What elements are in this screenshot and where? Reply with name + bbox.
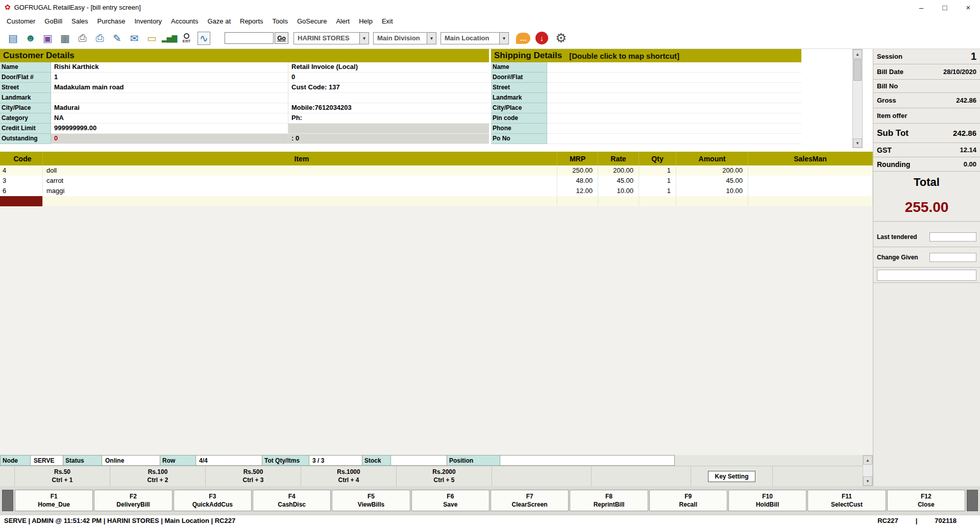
ship-door-field[interactable] xyxy=(547,73,801,83)
scroll-up-icon[interactable]: ▲ xyxy=(853,50,862,59)
ship-pono-field[interactable] xyxy=(547,134,801,144)
cell-code: 3 xyxy=(0,176,43,186)
print-preview-icon[interactable]: ⎙ xyxy=(92,30,108,46)
menu-gobill[interactable]: GoBill xyxy=(40,16,67,27)
division-dropdown[interactable]: Main Division ▾ xyxy=(373,32,436,44)
f7-clear-screen-button[interactable]: F7 ClearScreen xyxy=(491,490,569,511)
fkey-label: Close xyxy=(918,500,935,509)
cash-2000-button[interactable]: Rs.2000 Ctrl + 5 xyxy=(397,466,492,486)
f2-delivery-bill-button[interactable]: F2 DeliveryBill xyxy=(94,490,172,511)
store-dropdown[interactable]: HARINI STORES ▾ xyxy=(293,32,369,44)
table-row[interactable]: 4 doll 250.00 200.00 1 200.00 xyxy=(0,165,873,176)
f12-close-button[interactable]: F12 Close xyxy=(887,490,965,511)
location-dropdown[interactable]: Main Location ▾ xyxy=(440,32,509,44)
cash-100-button[interactable]: Rs.100 Ctrl + 2 xyxy=(110,466,206,486)
active-code-cell[interactable] xyxy=(0,196,43,206)
f3-quick-add-cus-button[interactable]: F3 QuickAddCus xyxy=(174,490,252,511)
menu-gazeat[interactable]: Gaze at xyxy=(203,16,235,27)
bar-chart-icon[interactable]: ▂▅▇ xyxy=(161,30,177,46)
f8-reprint-bill-button[interactable]: F8 ReprintBill xyxy=(570,490,648,511)
door-flat-field[interactable]: 1 xyxy=(51,73,288,83)
ship-landmark-field[interactable] xyxy=(547,93,801,103)
ship-city-field[interactable] xyxy=(547,103,801,113)
touch-keypad-icon[interactable]: ▦ xyxy=(57,30,73,46)
key-setting-button[interactable]: Key Setting xyxy=(708,471,755,482)
f1-home-due-button[interactable]: F1 Home_Due xyxy=(15,490,93,511)
f4-cash-disc-button[interactable]: F4 CashDisc xyxy=(253,490,331,511)
totqty-value: 3 / 3 xyxy=(309,455,362,466)
menu-help[interactable]: Help xyxy=(354,16,377,27)
item-image-icon[interactable]: ▣ xyxy=(40,30,56,46)
download-update-icon[interactable]: ↓ xyxy=(535,32,548,44)
chat-icon[interactable]: … xyxy=(516,33,530,44)
maximize-button[interactable]: □ xyxy=(933,0,957,14)
fkey-label: Save xyxy=(443,500,457,509)
edit-note-icon[interactable]: ✎ xyxy=(109,30,125,46)
quick-search-input[interactable] xyxy=(225,32,274,44)
cell-mrp: 250.00 xyxy=(557,165,598,176)
scroll-down-icon[interactable]: ▼ xyxy=(853,138,862,148)
fkey-label: SelectCust xyxy=(831,500,863,509)
f6-save-button[interactable]: F6 Save xyxy=(411,490,489,511)
city-place-field[interactable]: Madurai xyxy=(51,103,288,113)
landmark-field[interactable] xyxy=(51,93,288,103)
scroll-up-icon[interactable]: ▲ xyxy=(863,456,872,465)
close-button[interactable]: × xyxy=(957,0,980,14)
f5-view-bills-button[interactable]: F5 ViewBills xyxy=(332,490,410,511)
exit-icon[interactable]: EXIT xyxy=(179,30,194,46)
shipping-row-city: City/Place xyxy=(491,103,801,113)
cash-50-button[interactable]: Rs.50 Ctrl + 1 xyxy=(15,466,110,486)
category-field[interactable]: NA xyxy=(51,113,288,124)
table-row[interactable]: 3 carrot 48.00 45.00 1 45.00 xyxy=(0,176,873,186)
menu-exit[interactable]: Exit xyxy=(377,16,398,27)
line-chart-icon[interactable]: ∿ xyxy=(196,30,212,46)
menu-gosecure[interactable]: GoSecure xyxy=(292,16,332,27)
row-value: 4/4 xyxy=(196,455,262,466)
customer-name-field[interactable]: Rishi Karthick xyxy=(51,62,288,73)
lower-scrollbar[interactable]: ▲ ▼ xyxy=(863,455,873,486)
menu-purchase[interactable]: Purchase xyxy=(93,16,130,27)
menu-tools[interactable]: Tools xyxy=(268,16,292,27)
customer-lookup-icon[interactable]: ☻ xyxy=(22,30,38,46)
cell-mrp: 12.00 xyxy=(557,186,598,196)
scroll-down-icon[interactable]: ▼ xyxy=(863,476,872,486)
send-mail-icon[interactable]: ✉ xyxy=(127,30,142,46)
details-scrollbar[interactable]: ▲ ▼ xyxy=(852,49,863,148)
scroll-thumb[interactable] xyxy=(853,59,862,81)
new-bill-icon[interactable]: ▤ xyxy=(5,30,21,46)
tender-amount-field[interactable] xyxy=(877,270,976,281)
key-setting-cell: Key Setting xyxy=(691,466,773,486)
f9-recall-button[interactable]: F9 Recall xyxy=(649,490,727,511)
menu-accounts[interactable]: Accounts xyxy=(166,16,203,27)
door-flat-secondary-field[interactable]: 0 xyxy=(288,73,489,83)
invoice-type-field[interactable]: Retail Invoice (Local) xyxy=(288,62,489,73)
table-row-active[interactable] xyxy=(0,196,873,206)
menu-alert[interactable]: Alert xyxy=(331,16,354,27)
total-value: 255.00 xyxy=(905,199,949,216)
fkey-label: CashDisc xyxy=(278,500,306,509)
go-button[interactable]: Go xyxy=(275,32,288,44)
ship-name-field[interactable] xyxy=(547,62,801,73)
cash-500-button[interactable]: Rs.500 Ctrl + 3 xyxy=(206,466,301,486)
street-field[interactable]: Madakulam main road xyxy=(51,83,288,93)
printer-icon[interactable]: ⎙ xyxy=(75,30,90,46)
cash-shortcut: Ctrl + 4 xyxy=(338,476,359,485)
cash-1000-button[interactable]: Rs.1000 Ctrl + 4 xyxy=(301,466,397,486)
f10-hold-bill-button[interactable]: F10 HoldBill xyxy=(728,490,806,511)
cell-code: 4 xyxy=(0,165,43,176)
menu-reports[interactable]: Reports xyxy=(235,16,268,27)
cell-salesman xyxy=(748,196,873,206)
ship-phone-field[interactable] xyxy=(547,124,801,134)
table-row[interactable]: 6 maggi 12.00 10.00 1 10.00 xyxy=(0,186,873,196)
col-header-item: Item xyxy=(43,152,557,165)
menu-customer[interactable]: Customer xyxy=(2,16,40,27)
menu-sales[interactable]: Sales xyxy=(67,16,93,27)
menu-inventory[interactable]: Inventory xyxy=(130,16,166,27)
open-folder-icon[interactable]: ▭ xyxy=(144,30,160,46)
fkey-label: ReprintBill xyxy=(594,500,625,509)
f11-select-cust-button[interactable]: F11 SelectCust xyxy=(807,490,886,511)
settings-gear-icon[interactable]: ⚙ xyxy=(555,31,567,45)
ship-pincode-field[interactable] xyxy=(547,113,801,124)
minimize-button[interactable]: – xyxy=(910,0,933,14)
ship-street-field[interactable] xyxy=(547,83,801,93)
